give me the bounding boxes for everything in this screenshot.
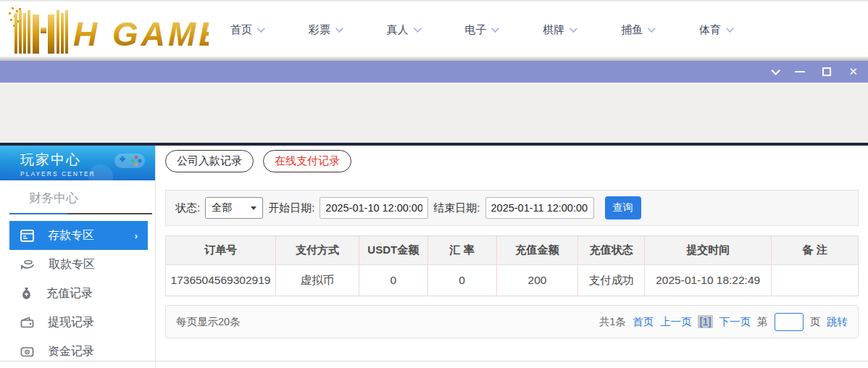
chevron-down-icon bbox=[648, 25, 656, 33]
records-content: 公司入款记录 在线支付记录 状态: 全部 开始日期: 结束日期: 查询 bbox=[156, 146, 868, 368]
sidebar-item-recharge-records[interactable]: 充值记录 bbox=[0, 279, 155, 308]
cell-order-number: 1736504569302919 bbox=[166, 265, 276, 296]
sidebar-header: 玩家中心 PLAYERS CENTER bbox=[0, 146, 155, 180]
sidebar-section-divider bbox=[9, 213, 152, 214]
sidebar-item-label: 存款专区 bbox=[48, 228, 94, 243]
nav-label: 真人 bbox=[387, 23, 409, 37]
next-page-link[interactable]: 下一页 bbox=[719, 315, 751, 329]
nav-item-live[interactable]: 真人 bbox=[387, 23, 420, 37]
sidebar-section-title: 财务中心 bbox=[0, 180, 155, 213]
purse-coin-icon bbox=[20, 346, 34, 357]
cell-usdt-amount: 0 bbox=[359, 265, 427, 296]
status-label: 状态: bbox=[175, 201, 200, 215]
payment-records-table: 订单号 支付方式 USDT金额 汇 率 充值金额 充值状态 提交时间 备 注 1… bbox=[165, 235, 859, 296]
wallet-icon bbox=[20, 317, 34, 328]
total-count-text: 共1条 bbox=[599, 315, 626, 329]
window-minimize-button[interactable] bbox=[795, 71, 805, 72]
tab-company-deposit-records[interactable]: 公司入款记录 bbox=[165, 150, 254, 172]
nav-item-sports[interactable]: 体育 bbox=[699, 23, 732, 37]
chevron-down-icon bbox=[491, 25, 499, 33]
window-close-button[interactable]: ✕ bbox=[848, 67, 858, 78]
money-bag-icon bbox=[20, 287, 33, 300]
filter-bar: 状态: 全部 开始日期: 结束日期: 查询 bbox=[165, 190, 859, 226]
nav-label: 彩票 bbox=[309, 23, 330, 37]
window-titlebar: ✕ bbox=[0, 61, 868, 83]
nav-item-slots[interactable]: 电子 bbox=[464, 23, 497, 37]
gray-spacer bbox=[0, 83, 868, 143]
first-page-link[interactable]: 首页 bbox=[633, 315, 654, 329]
jump-prefix-label: 第 bbox=[757, 315, 768, 329]
chevron-down-icon bbox=[772, 66, 781, 75]
window-collapse-button[interactable] bbox=[771, 69, 777, 75]
chevron-right-icon: › bbox=[135, 230, 138, 241]
jump-button[interactable]: 跳转 bbox=[827, 315, 848, 329]
nav-label: 捕鱼 bbox=[621, 23, 643, 37]
record-tabs: 公司入款记录 在线支付记录 bbox=[165, 150, 859, 172]
sidebar-item-withdraw-zone[interactable]: 取款专区 bbox=[0, 250, 155, 279]
sidebar-item-fund-records[interactable]: 资金记录 bbox=[0, 337, 155, 366]
chevron-down-icon bbox=[569, 25, 577, 33]
sidebar-subtitle: PLAYERS CENTER bbox=[20, 170, 155, 177]
col-payment-method: 支付方式 bbox=[275, 236, 359, 265]
status-select[interactable]: 全部 bbox=[205, 197, 263, 219]
hand-money-icon bbox=[20, 259, 35, 270]
logo-text: H GAME bbox=[73, 15, 209, 53]
deposit-card-icon bbox=[20, 230, 34, 242]
start-date-label: 开始日期: bbox=[268, 201, 314, 215]
tab-online-payment-records[interactable]: 在线支付记录 bbox=[263, 150, 351, 172]
main-area: 玩家中心 PLAYERS CENTER 财务中心 bbox=[0, 146, 868, 368]
nav-item-cards[interactable]: 棋牌 bbox=[543, 23, 575, 37]
start-date-input[interactable] bbox=[320, 197, 428, 219]
window-maximize-button[interactable] bbox=[822, 67, 831, 76]
nav-label: 首页 bbox=[230, 23, 252, 37]
sidebar-item-label: 资金记录 bbox=[48, 344, 94, 359]
chevron-down-icon bbox=[726, 25, 734, 33]
end-date-input[interactable] bbox=[485, 197, 594, 219]
sidebar-item-withdrawal-records[interactable]: 提现记录 bbox=[0, 308, 155, 337]
page-jump-input[interactable] bbox=[775, 313, 804, 331]
current-page-indicator: [1] bbox=[698, 315, 712, 328]
bottom-divider bbox=[0, 361, 868, 361]
page-size-text: 每页显示20条 bbox=[176, 315, 241, 329]
app-window: H GAME 首页 彩票 真人 电子 棋牌 bbox=[0, 0, 868, 368]
sidebar-item-label: 提现记录 bbox=[48, 315, 94, 330]
end-date-label: 结束日期: bbox=[433, 201, 480, 215]
nav-item-lottery[interactable]: 彩票 bbox=[309, 23, 341, 37]
logo-graphic: H GAME bbox=[6, 6, 209, 54]
nav-label: 体育 bbox=[699, 23, 721, 37]
prev-page-link[interactable]: 上一页 bbox=[660, 315, 692, 329]
query-button[interactable]: 查询 bbox=[605, 196, 641, 219]
nav-label: 电子 bbox=[464, 23, 486, 37]
col-remarks: 备 注 bbox=[772, 236, 859, 265]
cell-recharge-status: 支付成功 bbox=[578, 265, 645, 296]
maximize-icon bbox=[822, 67, 831, 76]
sidebar-item-deposit-zone[interactable]: 存款专区 › bbox=[9, 221, 148, 250]
col-order-number: 订单号 bbox=[166, 236, 276, 265]
cell-exchange-rate: 0 bbox=[427, 265, 496, 296]
status-select-value: 全部 bbox=[212, 201, 232, 214]
sidebar-item-label: 取款专区 bbox=[49, 257, 95, 272]
players-center-sidebar: 玩家中心 PLAYERS CENTER 财务中心 bbox=[0, 146, 156, 368]
site-logo[interactable]: H GAME bbox=[6, 6, 209, 57]
table-header-row: 订单号 支付方式 USDT金额 汇 率 充值金额 充值状态 提交时间 备 注 bbox=[166, 236, 859, 265]
col-exchange-rate: 汇 率 bbox=[427, 236, 496, 265]
nav-item-home[interactable]: 首页 bbox=[230, 23, 263, 37]
col-usdt-amount: USDT金额 bbox=[359, 236, 427, 265]
cell-payment-method: 虚拟币 bbox=[275, 265, 359, 296]
nav-item-fishing[interactable]: 捕鱼 bbox=[621, 23, 654, 37]
chevron-down-icon bbox=[413, 25, 421, 33]
logo-striped-h-emblem bbox=[14, 10, 68, 54]
minimize-icon bbox=[795, 71, 805, 72]
pagination-controls: 共1条 首页 上一页 [1] 下一页 第 页 跳转 bbox=[599, 313, 848, 331]
chevron-down-icon bbox=[335, 25, 343, 33]
col-recharge-status: 充值状态 bbox=[578, 236, 645, 265]
cell-recharge-amount: 200 bbox=[496, 265, 578, 296]
cell-remarks bbox=[772, 265, 859, 296]
select-arrow-icon bbox=[251, 206, 256, 210]
sidebar-item-label: 充值记录 bbox=[46, 286, 93, 301]
cell-submit-time: 2025-01-10 18:22:49 bbox=[645, 265, 772, 296]
site-header: H GAME 首页 彩票 真人 电子 棋牌 bbox=[0, 0, 868, 57]
chevron-down-icon bbox=[257, 25, 265, 33]
pagination-bar: 每页显示20条 共1条 首页 上一页 [1] 下一页 第 页 跳转 bbox=[165, 305, 859, 338]
gamepad-icon bbox=[113, 149, 146, 171]
